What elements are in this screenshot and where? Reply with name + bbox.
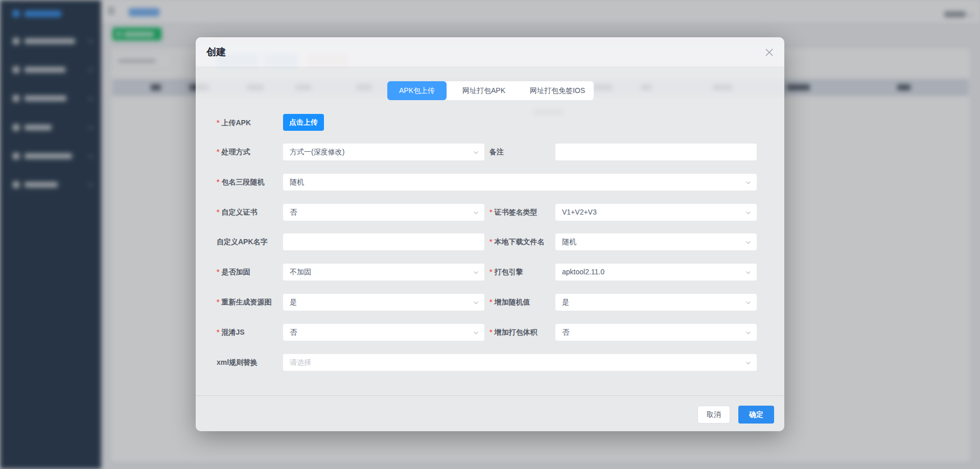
field-label-xml-rule-replace: xml规则替换 bbox=[217, 354, 258, 371]
label-text: 证书签名类型 bbox=[494, 208, 537, 216]
select-value: 请选择 bbox=[283, 354, 757, 371]
required-asterisk: * bbox=[217, 148, 219, 156]
chevron-down-icon bbox=[473, 209, 479, 216]
required-asterisk: * bbox=[489, 268, 492, 276]
label-text: 自定义APK名字 bbox=[217, 238, 268, 246]
field-label-add-random-value: *增加随机值 bbox=[489, 294, 530, 311]
tab-url-pack-apk[interactable]: 网址打包APK bbox=[447, 81, 521, 100]
process-mode-select[interactable]: 方式一(深度修改) bbox=[283, 144, 484, 160]
select-value: 是 bbox=[283, 294, 484, 311]
add-package-size-select[interactable]: 否 bbox=[555, 324, 757, 341]
chevron-down-icon bbox=[745, 269, 752, 276]
chevron-down-icon bbox=[745, 209, 752, 216]
form-row: *混淆JS否*增加打包体积否 bbox=[196, 324, 784, 341]
required-asterisk: * bbox=[489, 328, 492, 336]
required-asterisk: * bbox=[489, 238, 492, 246]
label-text: 增加随机值 bbox=[494, 298, 530, 306]
custom-cert-select[interactable]: 否 bbox=[283, 204, 484, 221]
local-download-filename-select[interactable]: 随机 bbox=[555, 233, 757, 250]
required-asterisk: * bbox=[217, 208, 219, 216]
field-label-custom-cert: *自定义证书 bbox=[217, 204, 257, 221]
select-value: 否 bbox=[555, 324, 757, 341]
required-asterisk: * bbox=[217, 298, 219, 306]
required-asterisk: * bbox=[489, 298, 492, 306]
select-value: 方式一(深度修改) bbox=[283, 144, 484, 160]
chevron-down-icon bbox=[473, 149, 479, 156]
field-label-upload-apk: *上传APK bbox=[217, 114, 251, 131]
form-row: 自定义APK名字*本地下载文件名随机 bbox=[196, 233, 784, 250]
select-value: 不加固 bbox=[283, 264, 484, 280]
field-label-add-package-size: *增加打包体积 bbox=[489, 324, 537, 341]
obfuscate-js-select[interactable]: 否 bbox=[283, 324, 484, 341]
label-text: 备注 bbox=[489, 148, 504, 156]
modal-title: 创建 bbox=[206, 37, 226, 67]
select-value: 随机 bbox=[555, 233, 757, 250]
field-label-package-name-random: *包名三段随机 bbox=[217, 174, 264, 191]
label-text: 打包引擎 bbox=[494, 268, 523, 276]
modal-header: 创建 bbox=[196, 37, 784, 67]
label-text: 包名三段随机 bbox=[221, 178, 264, 186]
custom-apk-name-input[interactable] bbox=[283, 233, 484, 250]
pack-engine-select[interactable]: apktool2.11.0 bbox=[555, 264, 757, 280]
chevron-down-icon bbox=[473, 269, 479, 276]
required-asterisk: * bbox=[217, 328, 219, 336]
label-text: 处理方式 bbox=[221, 148, 250, 156]
chevron-down-icon bbox=[745, 360, 752, 366]
form-row: *重新生成资源图是*增加随机值是 bbox=[196, 294, 784, 311]
chevron-down-icon bbox=[473, 330, 479, 336]
confirm-button[interactable]: 确定 bbox=[738, 406, 774, 424]
select-value: 是 bbox=[555, 294, 757, 311]
harden-select[interactable]: 不加固 bbox=[283, 264, 484, 280]
xml-rule-replace-select[interactable]: 请选择 bbox=[283, 354, 757, 371]
cert-sign-type-select[interactable]: V1+V2+V3 bbox=[555, 204, 757, 221]
field-label-local-download-filename: *本地下载文件名 bbox=[489, 233, 544, 250]
form-row: *是否加固不加固*打包引擎apktool2.11.0 bbox=[196, 264, 784, 280]
tab-url-pack-ios[interactable]: 网址打包免签IOS bbox=[521, 81, 594, 100]
add-random-value-select[interactable]: 是 bbox=[555, 294, 757, 311]
required-asterisk: * bbox=[217, 268, 219, 276]
select-value: 否 bbox=[283, 204, 484, 221]
select-value: V1+V2+V3 bbox=[555, 204, 757, 221]
field-label-process-mode: *处理方式 bbox=[217, 144, 250, 160]
regen-resources-select[interactable]: 是 bbox=[283, 294, 484, 311]
field-label-custom-apk-name: 自定义APK名字 bbox=[217, 233, 268, 250]
tab-apk-upload[interactable]: APK包上传 bbox=[387, 81, 447, 100]
select-value: apktool2.11.0 bbox=[555, 264, 757, 280]
required-asterisk: * bbox=[489, 208, 492, 216]
field-label-pack-engine: *打包引擎 bbox=[489, 264, 523, 280]
chevron-down-icon bbox=[745, 179, 752, 186]
required-asterisk: * bbox=[217, 119, 219, 127]
label-text: 重新生成资源图 bbox=[221, 298, 271, 306]
chevron-down-icon bbox=[745, 299, 752, 306]
label-text: 本地下载文件名 bbox=[494, 238, 544, 246]
screen: ☰ 创建 APK包上传网址打包APK网址打包免签IOS *上传APK点击上传*处… bbox=[0, 0, 980, 469]
chevron-down-icon bbox=[745, 330, 752, 336]
field-label-harden: *是否加固 bbox=[217, 264, 250, 280]
tab-bar: APK包上传网址打包APK网址打包免签IOS bbox=[387, 81, 594, 100]
select-value: 否 bbox=[283, 324, 484, 341]
chevron-down-icon bbox=[473, 299, 479, 306]
form-row: *包名三段随机随机 bbox=[196, 174, 784, 191]
create-modal: 创建 APK包上传网址打包APK网址打包免签IOS *上传APK点击上传*处理方… bbox=[196, 37, 784, 431]
modal-footer: 取消 确定 bbox=[196, 395, 784, 431]
remark-input[interactable] bbox=[555, 144, 757, 160]
package-name-random-select[interactable]: 随机 bbox=[283, 174, 757, 191]
field-label-remark: 备注 bbox=[489, 144, 504, 160]
field-label-cert-sign-type: *证书签名类型 bbox=[489, 204, 537, 221]
form-row: *上传APK点击上传 bbox=[196, 114, 784, 131]
form-row: *自定义证书否*证书签名类型V1+V2+V3 bbox=[196, 204, 784, 221]
form-row: xml规则替换请选择 bbox=[196, 354, 784, 371]
label-text: xml规则替换 bbox=[217, 358, 258, 366]
cancel-button[interactable]: 取消 bbox=[697, 406, 730, 424]
close-icon[interactable] bbox=[765, 48, 774, 57]
label-text: 上传APK bbox=[221, 119, 251, 127]
label-text: 增加打包体积 bbox=[494, 328, 537, 336]
upload-apk-button[interactable]: 点击上传 bbox=[283, 114, 324, 131]
field-label-obfuscate-js: *混淆JS bbox=[217, 324, 245, 341]
required-asterisk: * bbox=[217, 178, 219, 186]
chevron-down-icon bbox=[745, 239, 752, 246]
field-label-regen-resources: *重新生成资源图 bbox=[217, 294, 271, 311]
label-text: 混淆JS bbox=[221, 328, 244, 336]
select-value: 随机 bbox=[283, 174, 757, 191]
label-text: 自定义证书 bbox=[221, 208, 257, 216]
